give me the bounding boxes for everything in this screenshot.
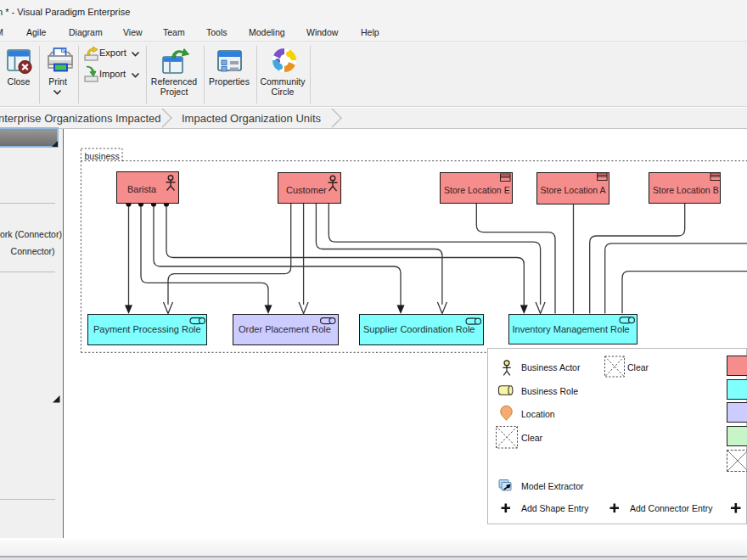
svg-text:Barista: Barista [127,184,157,194]
svg-text:Supplier Coordination Role: Supplier Coordination Role [363,324,475,334]
svg-text:Payment Processing Role: Payment Processing Role [93,324,201,334]
svg-text:Store Location B: Store Location B [653,185,719,195]
svg-text:Store Location E: Store Location E [444,185,510,195]
svg-text:Order Placement Role: Order Placement Role [239,324,331,334]
svg-text:Customer: Customer [286,185,327,195]
svg-text:Inventory Management Role: Inventory Management Role [513,324,630,334]
svg-text:Store Location A: Store Location A [541,185,606,195]
